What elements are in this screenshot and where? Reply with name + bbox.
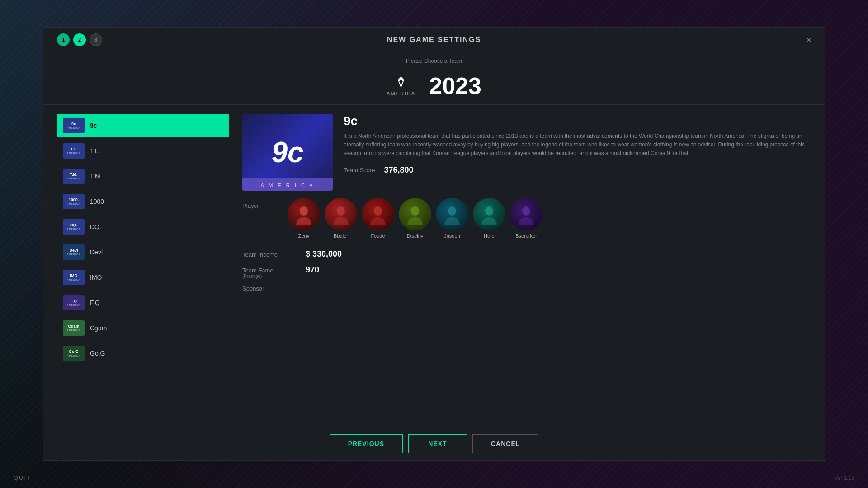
team-item-cgam[interactable]: Cgam AMERICA Cgam — [57, 316, 229, 340]
team-badge-cgam: Cgam AMERICA — [63, 320, 85, 336]
income-value: $ 330,000 — [306, 249, 342, 259]
player-card-zenv: Zenv — [288, 198, 320, 239]
team-list: 9c AMERICA 9c T.L. AMERICA T.L. — [57, 114, 229, 418]
svg-point-8 — [522, 206, 530, 216]
team-score-label: Team Score — [344, 167, 375, 174]
svg-point-7 — [485, 206, 493, 216]
team-badge-tm: T.M. AMERICA — [63, 169, 85, 184]
player-avatar-bbaler — [325, 198, 357, 230]
player-card-bsererker: Bsererker — [510, 198, 542, 239]
team-logo-text: 9c — [271, 138, 303, 167]
player-card-dtseinv: Dtseinv — [399, 198, 431, 239]
players-section: Player Zenv — [242, 198, 811, 239]
fame-label: Team Fame — [242, 267, 297, 274]
team-score-value: 376,800 — [384, 165, 413, 175]
fame-value: 970 — [306, 265, 319, 275]
svg-point-3 — [337, 206, 345, 216]
team-name-1000: 1000 — [90, 198, 104, 205]
dialog-title: NEW GAME SETTINGS — [387, 36, 481, 44]
team-name-gog: Go.G — [90, 350, 105, 357]
sponsor-label: Sponsor — [242, 285, 297, 292]
svg-point-4 — [374, 206, 382, 216]
fame-row: Team Fame (Prestige) 970 — [242, 265, 811, 279]
team-name-fq: F.Q — [90, 299, 100, 306]
income-label: Team Income — [242, 251, 297, 258]
player-silhouette-bsererker — [515, 203, 538, 225]
player-card-bbaler: Bbaler — [325, 198, 357, 239]
next-button[interactable]: NEXT — [408, 434, 467, 453]
players-list: Zenv Bbaler — [288, 198, 542, 239]
team-item-gog[interactable]: Go.G AMERICA Go.G — [57, 342, 229, 365]
step-3[interactable]: 3 — [90, 33, 102, 46]
team-badge-9c: 9c AMERICA — [63, 118, 85, 133]
player-avatar-foude — [362, 198, 394, 230]
close-button[interactable]: × — [802, 33, 816, 47]
player-avatar-jnseen — [436, 198, 468, 230]
player-name-bbaler: Bbaler — [334, 233, 348, 239]
main-content: 9c AMERICA 9c T.L. AMERICA T.L. — [43, 105, 825, 427]
team-badge-gog: Go.G AMERICA — [63, 346, 85, 361]
cancel-button[interactable]: CANCEL — [472, 434, 538, 453]
team-item-dq[interactable]: DQ. AMERICA DQ. — [57, 215, 229, 239]
team-name-dq: DQ. — [90, 223, 101, 230]
quit-button[interactable]: QUIT — [14, 474, 31, 481]
player-avatar-here — [473, 198, 505, 230]
player-avatar-bsererker — [510, 198, 542, 230]
team-name-tm: T.M. — [90, 173, 102, 180]
team-info-desc: It is a North American professional team… — [344, 132, 811, 158]
region-logo: AMERICA — [387, 75, 415, 96]
region-banner: AMERICA 2023 — [43, 70, 825, 105]
region-year: 2023 — [429, 74, 481, 98]
player-name-foude: Foude — [371, 233, 385, 239]
player-card-jnseen: Jnseen — [436, 198, 468, 239]
team-badge-devl: Devl AMERICA — [63, 244, 85, 260]
team-name-tl: T.L. — [90, 147, 100, 155]
team-logo-big: 9c A M E R I C A — [242, 114, 333, 191]
team-badge-fq: F.Q AMERICA — [63, 295, 85, 310]
player-silhouette-jnseen — [441, 203, 463, 225]
income-row: Team Income $ 330,000 — [242, 249, 811, 259]
team-info-name: 9c — [344, 114, 811, 128]
team-item-9c[interactable]: 9c AMERICA 9c — [57, 114, 229, 137]
dialog-header: 1 2 3 NEW GAME SETTINGS × — [43, 28, 825, 52]
previous-button[interactable]: PREVIOUS — [330, 434, 403, 453]
player-silhouette-zenv — [292, 203, 315, 225]
team-score-row: Team Score 376,800 — [344, 165, 811, 175]
team-badge-dq: DQ. AMERICA — [63, 219, 85, 235]
svg-point-5 — [411, 206, 419, 216]
player-name-here: Here — [484, 233, 495, 239]
team-badge-imo: IMO AMERICA — [63, 270, 85, 285]
region-name: AMERICA — [387, 91, 415, 96]
team-name-imo: IMO — [90, 274, 102, 281]
player-silhouette-foude — [367, 203, 389, 225]
step-1[interactable]: 1 — [57, 33, 70, 46]
team-badge-1000: 1000. AMERICA — [63, 194, 85, 209]
players-label: Player — [242, 198, 278, 209]
team-item-devl[interactable]: Devl AMERICA Devl — [57, 240, 229, 264]
team-name-9c: 9c — [90, 122, 97, 129]
team-detail-top: 9c A M E R I C A 9c It is a North Americ… — [242, 114, 811, 191]
sub-header: Please Choose a Team — [43, 52, 825, 70]
step-indicators: 1 2 3 — [57, 33, 102, 46]
dialog-footer: PREVIOUS NEXT CANCEL — [43, 427, 825, 460]
team-item-tl[interactable]: T.L. AMERICA T.L. — [57, 139, 229, 163]
team-item-fq[interactable]: F.Q AMERICA F.Q — [57, 291, 229, 314]
region-diamond-icon — [394, 75, 408, 89]
sponsor-row: Sponsor — [242, 285, 811, 292]
player-name-jnseen: Jnseen — [444, 233, 460, 239]
fame-sublabel: (Prestige) — [242, 274, 297, 279]
player-card-here: Here — [473, 198, 505, 239]
player-name-bsererker: Bsererker — [515, 233, 537, 239]
team-item-imo[interactable]: IMO AMERICA IMO — [57, 266, 229, 289]
step-2[interactable]: 2 — [73, 33, 86, 46]
fame-label-group: Team Fame (Prestige) — [242, 267, 297, 279]
player-silhouette-dtseinv — [404, 203, 426, 225]
team-item-1000[interactable]: 1000. AMERICA 1000 — [57, 190, 229, 213]
player-silhouette-here — [478, 203, 500, 225]
team-logo-sub: A M E R I C A — [260, 183, 314, 188]
version-label: Ver 1.15 — [834, 475, 854, 481]
player-avatar-dtseinv — [399, 198, 431, 230]
player-name-dtseinv: Dtseinv — [407, 233, 424, 239]
team-item-tm[interactable]: T.M. AMERICA T.M. — [57, 164, 229, 188]
svg-point-2 — [300, 206, 308, 216]
